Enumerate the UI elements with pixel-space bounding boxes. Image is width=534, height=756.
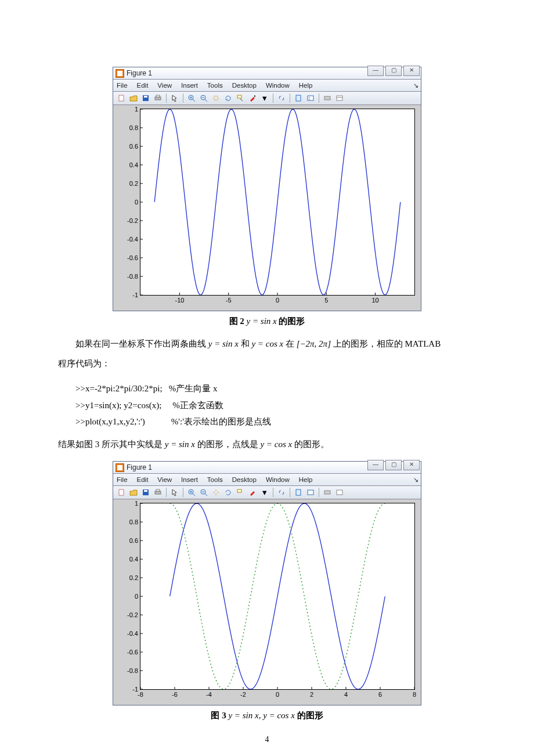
dropdown-icon[interactable]: ▾ xyxy=(259,487,270,498)
pan-icon[interactable] xyxy=(210,92,222,104)
menu-tools[interactable]: Tools xyxy=(207,82,223,89)
document-page: Figure 1 — ▢ ✕ File Edit View Insert Too… xyxy=(0,0,534,756)
menu-help[interactable]: Help xyxy=(299,476,313,483)
paragraph-2: 程序代码为： xyxy=(58,355,476,372)
svg-line-6 xyxy=(193,99,195,102)
maximize-button[interactable]: ▢ xyxy=(385,460,402,470)
link-icon[interactable] xyxy=(276,487,287,498)
figure-canvas: -10-50510-1-0.8-0.6-0.4-0.200.20.40.60.8… xyxy=(113,105,421,311)
svg-rect-41 xyxy=(155,491,161,494)
datacursor-icon[interactable] xyxy=(234,487,246,498)
menu-desktop[interactable]: Desktop xyxy=(232,82,257,89)
menu-insert[interactable]: Insert xyxy=(181,82,198,89)
matlab-icon xyxy=(116,69,124,78)
zoom-out-icon[interactable] xyxy=(198,487,210,498)
page-number: 4 xyxy=(0,735,534,744)
matlab-icon xyxy=(116,463,124,472)
zoom-in-icon[interactable] xyxy=(186,487,197,498)
rotate-icon[interactable] xyxy=(222,92,234,104)
brush-icon[interactable] xyxy=(247,92,258,104)
svg-rect-40 xyxy=(144,490,147,492)
pointer-icon[interactable] xyxy=(169,92,181,104)
menu-help[interactable]: Help xyxy=(299,82,313,89)
zoom-out-icon[interactable] xyxy=(198,92,210,104)
colorbar-icon[interactable] xyxy=(293,487,304,498)
svg-rect-16 xyxy=(308,96,313,100)
svg-rect-42 xyxy=(156,489,160,491)
menu-tools[interactable]: Tools xyxy=(207,476,223,483)
minimize-button[interactable]: — xyxy=(367,460,384,470)
menu-window[interactable]: Window xyxy=(266,476,290,483)
pan-icon[interactable] xyxy=(210,487,222,498)
svg-rect-4 xyxy=(156,95,160,97)
svg-rect-15 xyxy=(296,95,301,101)
svg-rect-52 xyxy=(308,490,313,495)
menu-window[interactable]: Window xyxy=(266,82,290,89)
legend-icon[interactable] xyxy=(305,487,316,498)
svg-rect-12 xyxy=(237,95,241,98)
titlebar: Figure 1 — ▢ ✕ xyxy=(113,67,421,80)
dock-icon[interactable]: ↘ xyxy=(413,476,418,484)
save-icon[interactable] xyxy=(140,92,151,104)
open-icon[interactable] xyxy=(128,92,139,104)
toolbar: ▾ xyxy=(113,486,421,499)
paragraph-1: 如果在同一坐标系下作出两条曲线 y = sin x 和 y = cos x 在 … xyxy=(58,336,476,352)
brush-icon[interactable] xyxy=(247,487,258,498)
legend-icon[interactable] xyxy=(305,92,316,104)
zoom-in-icon[interactable] xyxy=(186,92,197,104)
save-icon[interactable] xyxy=(140,487,151,498)
svg-line-13 xyxy=(240,99,243,101)
menu-edit[interactable]: Edit xyxy=(137,476,149,483)
code-block: >>x=-2*pi:2*pi/30:2*pi; %产生向量 x >>y1=sin… xyxy=(75,380,476,430)
minimize-button[interactable]: — xyxy=(367,66,384,76)
link-icon[interactable] xyxy=(276,92,287,104)
window-title: Figure 1 xyxy=(127,463,152,471)
window-title: Figure 1 xyxy=(127,69,152,77)
svg-rect-50 xyxy=(237,489,241,492)
window-buttons: — ▢ ✕ xyxy=(367,460,420,470)
axes-2: -8-6-4-202468-1-0.8-0.6-0.4-0.200.20.40.… xyxy=(140,503,415,690)
dock-icon[interactable]: ↘ xyxy=(413,82,418,89)
menu-insert[interactable]: Insert xyxy=(181,476,198,483)
print-icon[interactable] xyxy=(152,487,164,498)
new-icon[interactable] xyxy=(116,487,127,498)
svg-rect-19 xyxy=(324,96,330,100)
print-icon[interactable] xyxy=(152,92,164,104)
maximize-button[interactable]: ▢ xyxy=(385,66,402,76)
svg-rect-20 xyxy=(337,96,342,100)
svg-line-44 xyxy=(193,494,195,496)
svg-line-10 xyxy=(205,99,207,102)
new-icon[interactable] xyxy=(116,92,127,104)
colorbar-icon[interactable] xyxy=(293,92,304,104)
close-button[interactable]: ✕ xyxy=(403,66,420,76)
menu-view[interactable]: View xyxy=(157,476,172,483)
svg-rect-51 xyxy=(296,489,301,495)
pointer-icon[interactable] xyxy=(169,487,181,498)
svg-rect-38 xyxy=(119,489,124,495)
dropdown-icon[interactable]: ▾ xyxy=(259,92,270,104)
hide-tools-icon[interactable] xyxy=(322,92,333,104)
menubar: File Edit View Insert Tools Desktop Wind… xyxy=(113,474,421,486)
svg-rect-53 xyxy=(324,491,330,494)
matlab-figure-window-2: Figure 1 — ▢ ✕ File Edit View Insert Too… xyxy=(113,461,421,705)
svg-line-48 xyxy=(205,494,207,496)
svg-rect-54 xyxy=(337,490,342,495)
menu-edit[interactable]: Edit xyxy=(137,82,149,89)
menu-file[interactable]: File xyxy=(117,82,128,89)
matlab-figure-window-1: Figure 1 — ▢ ✕ File Edit View Insert Too… xyxy=(113,67,421,311)
show-tools-icon[interactable] xyxy=(334,487,345,498)
show-tools-icon[interactable] xyxy=(334,92,345,104)
axes-1: -10-50510-1-0.8-0.6-0.4-0.200.20.40.60.8… xyxy=(140,109,415,296)
rotate-icon[interactable] xyxy=(222,487,234,498)
open-icon[interactable] xyxy=(128,487,139,498)
menu-view[interactable]: View xyxy=(157,82,172,89)
figure-3-caption: 图 3 y = sin x, y = cos x 的图形 xyxy=(58,710,476,721)
menu-file[interactable]: File xyxy=(117,476,128,483)
figure-canvas: -8-6-4-202468-1-0.8-0.6-0.4-0.200.20.40.… xyxy=(113,499,421,705)
hide-tools-icon[interactable] xyxy=(322,487,333,498)
close-button[interactable]: ✕ xyxy=(403,460,420,470)
svg-rect-0 xyxy=(119,95,124,101)
menu-desktop[interactable]: Desktop xyxy=(232,476,257,483)
svg-rect-14 xyxy=(254,95,255,97)
datacursor-icon[interactable] xyxy=(234,92,246,104)
